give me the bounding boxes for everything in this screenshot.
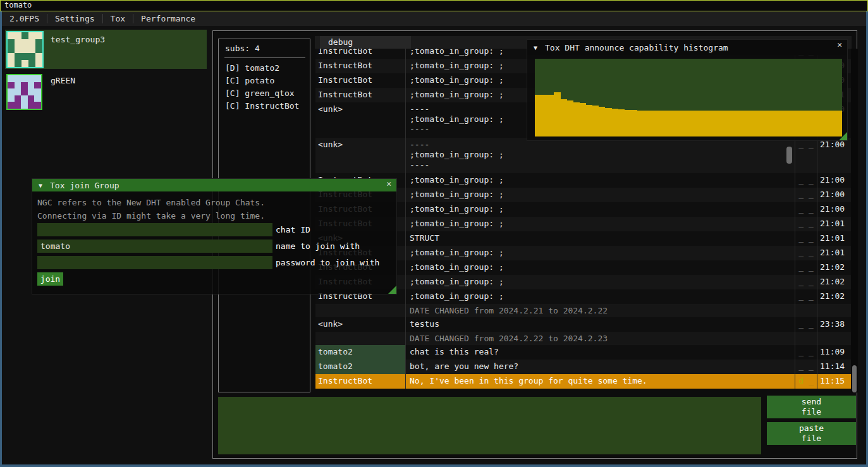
member-item[interactable]: [D] tomato2 bbox=[225, 62, 307, 75]
join-description-line2: Connecting via ID might take a very long… bbox=[37, 211, 265, 221]
subs-count-label: subs: 4 bbox=[225, 44, 260, 53]
message-row[interactable]: <unk>testus_ _23:38 bbox=[315, 317, 851, 332]
histogram-bar bbox=[766, 111, 772, 136]
histogram-bar bbox=[727, 111, 733, 136]
sender-name: tomato2 bbox=[315, 345, 405, 360]
resize-grip[interactable] bbox=[388, 286, 396, 294]
separator-line bbox=[224, 58, 305, 58]
message-flags: _ _ bbox=[795, 360, 817, 374]
chat-scrollbar-thumb[interactable] bbox=[852, 365, 857, 392]
avatar-pixel bbox=[35, 53, 42, 60]
message-flags: _ _ bbox=[795, 289, 817, 304]
message-time: 11:15 bbox=[817, 374, 851, 389]
dht-histogram-titlebar[interactable]: ▼ Tox DHT announce capability histogram … bbox=[527, 40, 847, 55]
sender-name: InstructBot bbox=[315, 59, 405, 73]
window-titlebar[interactable]: tomato bbox=[0, 0, 868, 11]
message-row[interactable]: <unk>---- ;tomato_in_group: ; ----_ _21:… bbox=[315, 138, 851, 173]
dht-histogram-window: ▼ Tox DHT announce capability histogram … bbox=[527, 39, 848, 141]
message-time: 21:02 bbox=[817, 260, 851, 275]
message-row[interactable]: tomato2chat is this real?_ _11:09 bbox=[315, 345, 851, 360]
member-item[interactable]: [C] potato bbox=[225, 75, 307, 87]
histogram-bar bbox=[810, 111, 816, 136]
send-file-button[interactable]: send file bbox=[767, 396, 856, 418]
menu-item-settings[interactable]: Settings bbox=[47, 11, 102, 26]
message-flags: _ _ bbox=[795, 188, 817, 202]
avatar-pixel bbox=[21, 39, 28, 46]
message-input[interactable] bbox=[218, 397, 761, 454]
histogram-bar bbox=[573, 102, 580, 136]
message-row[interactable]: DATE CHANGED from 2024.2.21 to 2024.2.22 bbox=[315, 304, 851, 317]
message-flags: _ _ bbox=[795, 138, 817, 173]
avatar-pixel bbox=[28, 75, 35, 82]
histogram-plot bbox=[535, 59, 842, 136]
join-button[interactable]: join bbox=[37, 272, 63, 286]
window-title-text: Tox join Group bbox=[50, 181, 119, 190]
join-name-label: name to join with bbox=[276, 241, 360, 251]
collapse-icon[interactable]: ▼ bbox=[534, 44, 537, 51]
histogram-bar bbox=[612, 109, 618, 136]
chat-id-input[interactable] bbox=[37, 223, 272, 236]
histogram-bar bbox=[676, 111, 682, 136]
message-text: No, I've been in this group for quite so… bbox=[405, 374, 795, 389]
chat-scrollbar-track[interactable] bbox=[851, 49, 858, 392]
histogram-bar bbox=[714, 111, 721, 136]
menu-item-tox[interactable]: Tox bbox=[103, 11, 133, 26]
histogram-bar bbox=[829, 111, 836, 136]
avatar-pixel bbox=[8, 82, 15, 89]
message-flags: d _ bbox=[795, 374, 817, 389]
tab-debug[interactable]: debug bbox=[320, 36, 411, 49]
histogram-bar bbox=[688, 111, 695, 136]
join-name-input[interactable] bbox=[37, 240, 272, 253]
message-flags bbox=[795, 332, 817, 345]
menu-item-performance[interactable]: Performance bbox=[133, 11, 203, 26]
message-flags: _ _ bbox=[795, 202, 817, 217]
join-password-input[interactable] bbox=[37, 256, 272, 269]
avatar-pixel bbox=[28, 82, 35, 89]
message-text: STRUCT bbox=[405, 231, 795, 246]
histogram-bar bbox=[772, 111, 778, 136]
collapse-icon[interactable]: ▼ bbox=[39, 182, 42, 189]
histogram-bar bbox=[817, 111, 823, 136]
member-item[interactable]: [C] InstructBot bbox=[225, 100, 307, 112]
histogram-bar bbox=[650, 111, 656, 136]
histogram-bar bbox=[733, 111, 740, 136]
message-column-scrollbar-thumb[interactable] bbox=[786, 147, 792, 164]
avatar-pixel bbox=[28, 53, 35, 60]
group-item-green[interactable]: gREEN bbox=[5, 73, 207, 109]
avatar-pixel bbox=[21, 88, 28, 95]
histogram-bar bbox=[637, 111, 644, 136]
message-text: ;tomato_in_group: ; bbox=[405, 217, 795, 231]
histogram-bar bbox=[740, 111, 746, 136]
histogram-bar bbox=[759, 111, 765, 136]
join-group-titlebar[interactable]: ▼ Tox join Group ✕ bbox=[32, 179, 396, 191]
group-item-test_group3[interactable]: test_group3 bbox=[5, 30, 207, 69]
avatar-pixel bbox=[8, 39, 15, 46]
message-flags: _ _ bbox=[795, 231, 817, 246]
message-flags: _ _ bbox=[795, 260, 817, 275]
resize-grip[interactable] bbox=[839, 132, 847, 140]
message-text: chat is this real? bbox=[405, 345, 795, 360]
message-row[interactable]: DATE CHANGED from 2024.2.22 to 2024.2.23 bbox=[315, 332, 851, 345]
message-row[interactable]: tomato2bot, are you new here?_ _11:14 bbox=[315, 360, 851, 374]
message-flags: _ _ bbox=[795, 217, 817, 231]
avatar-pixel bbox=[15, 32, 21, 39]
message-time: 21:00 bbox=[817, 202, 851, 217]
message-text: ;tomato_in_group: ; bbox=[405, 289, 795, 304]
sender-name bbox=[315, 304, 405, 317]
message-row[interactable]: InstructBotNo, I've been in this group f… bbox=[315, 374, 851, 389]
paste-file-button[interactable]: paste file bbox=[767, 422, 856, 445]
message-flags: _ _ bbox=[795, 275, 817, 289]
sender-name: <unk> bbox=[315, 317, 405, 332]
histogram-bar bbox=[701, 111, 707, 136]
message-flags: _ _ bbox=[795, 345, 817, 360]
avatar-pixel bbox=[35, 46, 42, 53]
close-icon[interactable]: ✕ bbox=[837, 40, 842, 49]
close-icon[interactable]: ✕ bbox=[386, 179, 391, 188]
avatar-pixel bbox=[34, 75, 41, 82]
histogram-bar bbox=[823, 111, 829, 136]
histogram-bar bbox=[605, 108, 611, 137]
sender-name: InstructBot bbox=[315, 374, 405, 389]
member-item[interactable]: [C] green_qtox bbox=[225, 87, 307, 100]
window-border-bottom bbox=[0, 464, 868, 467]
message-time: 21:00 bbox=[817, 188, 851, 202]
